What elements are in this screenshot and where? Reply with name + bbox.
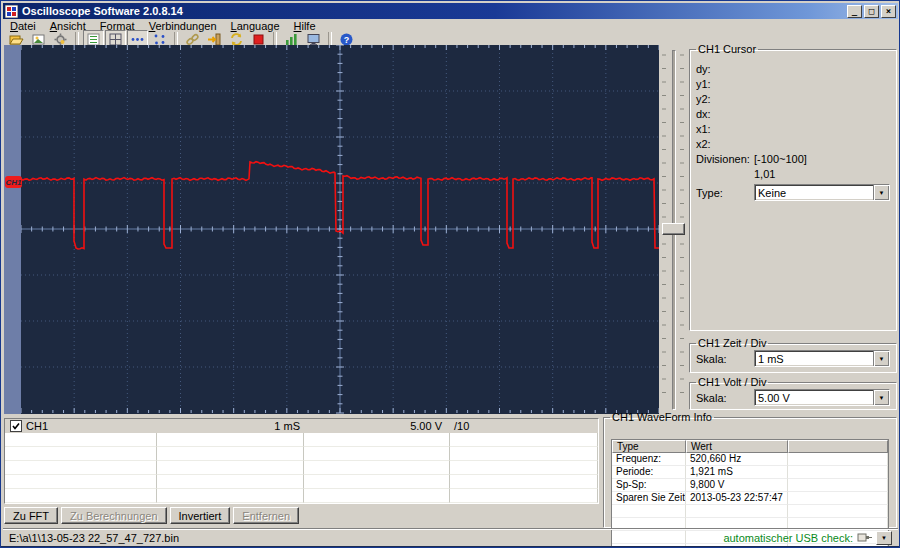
app-icon <box>5 5 18 18</box>
info-col-header-Wert[interactable]: Wert <box>686 440 788 453</box>
close-button[interactable]: × <box>881 5 896 18</box>
volt-div-title: CH1 Volt / Div <box>696 376 768 388</box>
info-row <box>612 505 888 518</box>
channel-time-div: 1 mS <box>157 419 304 433</box>
info-row: Sparen Sie Zeit:2013-05-23 22:57:47 <box>612 492 888 505</box>
cursor-field-label-dy: dy: <box>696 63 742 75</box>
channel-row-empty[interactable] <box>5 461 598 475</box>
status-file-path: E:\a\1\13-05-23 22_57_47_727.bin <box>9 532 179 544</box>
channel-row-empty[interactable] <box>5 433 598 447</box>
channel-probe: /10 <box>450 419 598 433</box>
cursor-type-value: Keine <box>755 187 873 199</box>
info-cell <box>788 505 888 518</box>
usb-dropdown-button[interactable]: ▼ <box>876 531 892 545</box>
channel-checkbox[interactable] <box>10 420 22 432</box>
invertiert-button[interactable]: Invertiert <box>170 507 231 524</box>
chevron-down-icon[interactable]: ▼ <box>873 390 889 405</box>
channel-list[interactable]: CH11 mS5.00 V/10 <box>4 418 599 504</box>
time-div-title: CH1 Zeit / Div <box>696 337 768 349</box>
info-cell <box>612 505 686 518</box>
cursor-groupbox-title: CH1 Cursor <box>696 43 758 55</box>
info-col-header-Type[interactable]: Type <box>612 440 686 453</box>
info-cell <box>788 466 888 479</box>
volt-skala-label: Skala: <box>696 392 754 404</box>
info-cell: Periode: <box>612 466 686 479</box>
cursor-field-label-y1: y1: <box>696 78 742 90</box>
info-cell <box>788 492 888 505</box>
status-bar: E:\a\1\13-05-23 22_57_47_727.bin automat… <box>3 528 898 546</box>
minimize-button[interactable]: _ <box>847 5 862 18</box>
volt-div-groupbox: CH1 Volt / Div Skala: 5.00 V ▼ <box>689 376 897 410</box>
entfernen-button: Entfernen <box>233 507 299 524</box>
time-div-groupbox: CH1 Zeit / Div Skala: 1 mS ▼ <box>689 337 897 373</box>
info-col-header-blank[interactable] <box>788 440 888 453</box>
slider-thumb[interactable] <box>662 223 685 235</box>
cursor-groupbox: CH1 Cursor dy:y1:y2:dx:x1:x2: Divisionen… <box>689 43 897 331</box>
title-bar[interactable]: Oscilloscope Software 2.0.8.14 _ □ × <box>3 3 898 19</box>
time-div-select[interactable]: 1 mS ▼ <box>754 350 890 367</box>
channel-row-empty[interactable] <box>5 447 598 461</box>
info-cell <box>686 505 788 518</box>
zu-fft-button[interactable]: Zu FFT <box>4 507 58 524</box>
divisionen-label: Divisionen: <box>696 153 754 165</box>
right-panel: CH1 Cursor dy:y1:y2:dx:x1:x2: Divisionen… <box>687 41 899 414</box>
cursor-type-select[interactable]: Keine ▼ <box>754 184 890 201</box>
info-row: Periode:1,921 mS <box>612 466 888 479</box>
info-cell <box>788 479 888 492</box>
cursor-field-label-x2: x2: <box>696 138 742 150</box>
info-cell: Sparen Sie Zeit: <box>612 492 686 505</box>
info-cell <box>788 453 888 466</box>
channel-row-empty[interactable] <box>5 475 598 489</box>
window-title: Oscilloscope Software 2.0.8.14 <box>22 5 183 17</box>
cursor-field-label-y2: y2: <box>696 93 742 105</box>
info-cell: Sp-Sp: <box>612 479 686 492</box>
scope-display: CH1 <box>4 45 659 414</box>
usb-icon <box>857 532 872 543</box>
channel-marker[interactable]: CH1 <box>5 176 22 188</box>
chevron-down-icon[interactable]: ▼ <box>873 185 889 200</box>
info-row: Frequenz:520,660 Hz <box>612 453 888 466</box>
waveform-info-groupbox: CH1 WaveForm Info TypeWertFrequenz:520,6… <box>603 411 897 528</box>
info-cell: 9,800 V <box>686 479 788 492</box>
maximize-button[interactable]: □ <box>864 5 879 18</box>
info-cell: 520,660 Hz <box>686 453 788 466</box>
divisionen-value: 1,01 <box>754 168 775 180</box>
time-skala-label: Skala: <box>696 353 754 365</box>
chevron-down-icon[interactable]: ▼ <box>873 351 889 366</box>
vertical-position-slider <box>659 45 687 414</box>
info-cell: Frequenz: <box>612 453 686 466</box>
app-window: Oscilloscope Software 2.0.8.14 _ □ × Dat… <box>0 0 900 548</box>
channel-row-ch1[interactable]: CH11 mS5.00 V/10 <box>5 419 598 433</box>
action-buttons: Zu FFTZu BerechnungenInvertiertEntfernen <box>4 507 299 524</box>
cursor-field-label-dx: dx: <box>696 108 742 120</box>
info-row: Sp-Sp:9,800 V <box>612 479 888 492</box>
info-cell: 2013-05-23 22:57:47 <box>686 492 788 505</box>
channel-row-empty[interactable] <box>5 489 598 503</box>
waveform-info-title: CH1 WaveForm Info <box>610 411 714 423</box>
channel-volt-div: 5.00 V <box>304 419 450 433</box>
cursor-field-label-x1: x1: <box>696 123 742 135</box>
cursor-type-label: Type: <box>696 187 754 199</box>
volt-div-value: 5.00 V <box>755 392 873 404</box>
scope-plot[interactable] <box>21 45 659 414</box>
usb-check-label: automatischer USB check: <box>723 532 853 544</box>
volt-div-select[interactable]: 5.00 V ▼ <box>754 389 890 406</box>
time-div-value: 1 mS <box>755 353 873 365</box>
divisionen-range: [-100~100] <box>754 153 807 165</box>
svg-text:?: ? <box>344 35 350 45</box>
channel-name: CH1 <box>26 420 48 432</box>
info-cell: 1,921 mS <box>686 466 788 479</box>
zu-berechnungen-button: Zu Berechnungen <box>61 507 166 524</box>
